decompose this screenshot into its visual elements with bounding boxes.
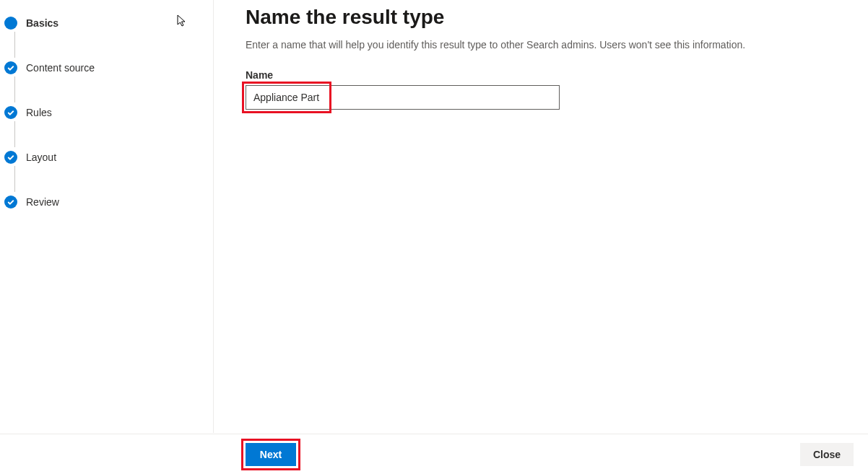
main-content: Name the result type Enter a name that w… — [214, 0, 868, 433]
footer-left: Next — [246, 443, 296, 466]
checkmark-icon — [4, 61, 17, 74]
step-label: Basics — [26, 17, 58, 29]
checkmark-icon — [4, 196, 17, 209]
step-label: Rules — [26, 107, 52, 118]
page-subtitle: Enter a name that will help you identify… — [246, 39, 839, 51]
step-label: Layout — [26, 152, 56, 163]
wizard-footer: Next Close — [0, 434, 868, 474]
step-connector — [14, 121, 15, 147]
wizard-steps-nav: Basics Content source Rules Layout — [0, 0, 214, 433]
checkmark-icon — [4, 106, 17, 119]
name-field-wrap — [246, 85, 560, 110]
wizard-step-content-source[interactable]: Content source — [4, 56, 213, 79]
step-label: Review — [26, 196, 59, 208]
next-button[interactable]: Next — [246, 443, 296, 466]
wizard-step-review[interactable]: Review — [4, 190, 213, 214]
name-field-label: Name — [246, 69, 839, 81]
step-connector — [14, 76, 15, 102]
close-button[interactable]: Close — [800, 443, 854, 466]
step-label: Content source — [26, 62, 95, 74]
wizard-step-rules[interactable]: Rules — [4, 101, 213, 124]
step-connector — [14, 32, 15, 58]
step-connector — [14, 166, 15, 192]
name-input[interactable] — [246, 85, 560, 110]
step-indicator-current-icon — [4, 17, 17, 30]
wizard-step-basics[interactable]: Basics — [4, 12, 213, 35]
wizard-step-layout[interactable]: Layout — [4, 146, 213, 169]
page-title: Name the result type — [246, 6, 839, 29]
checkmark-icon — [4, 151, 17, 164]
